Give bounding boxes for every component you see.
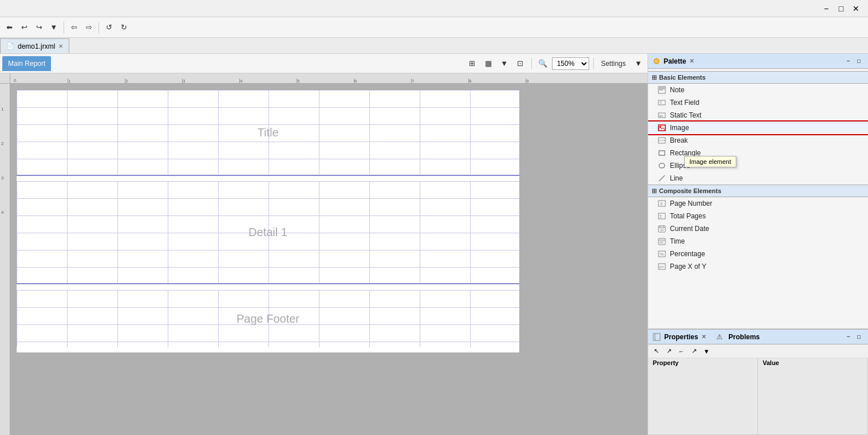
static-text-label: Static Text xyxy=(670,111,701,119)
toolbar-undo[interactable]: ↩ xyxy=(17,21,31,34)
toolbar-back[interactable]: ⬅ xyxy=(2,21,16,34)
ruler-tick-9: 9 xyxy=(526,79,528,83)
close-button[interactable]: ✕ xyxy=(849,2,863,15)
palette-item-page-x-of-y[interactable]: #/Y Page X of Y xyxy=(648,260,868,273)
basic-elements-icon: ⊞ xyxy=(652,74,657,81)
tab-bar: 📄 demo1.jrxml ✕ xyxy=(0,38,868,54)
canvas-area: Title Detail 1 Page Footer xyxy=(10,84,648,435)
snap-button[interactable]: ⊞ xyxy=(465,57,479,70)
palette-item-image[interactable]: Image xyxy=(648,122,868,134)
properties-header: Properties ✕ ⚠ Problems − □ xyxy=(648,330,868,344)
editor-panel: Main Report ⊞ ▦ ▼ ⊡ 🔍 50% 75% 100% 125% … xyxy=(0,54,648,435)
text-field-icon: T xyxy=(657,98,666,107)
toolbar-forward[interactable]: ⇨ xyxy=(82,21,96,34)
main-layout: Main Report ⊞ ▦ ▼ ⊡ 🔍 50% 75% 100% 125% … xyxy=(0,54,868,435)
svg-text:00: 00 xyxy=(660,241,664,244)
grid-dropdown[interactable]: ▼ xyxy=(498,57,511,70)
total-pages-icon: Σ xyxy=(657,211,666,221)
toolbar-dropdown[interactable]: ▼ xyxy=(47,21,61,34)
break-icon xyxy=(657,136,666,145)
property-col-header: Property xyxy=(648,358,758,435)
detail-section: Detail 1 xyxy=(17,181,519,284)
palette-item-time[interactable]: 00 Time xyxy=(648,235,868,248)
editor-toolbar-sep2 xyxy=(593,58,594,69)
palette-item-rectangle[interactable]: Rectangle xyxy=(648,147,868,159)
toolbar-separator-2 xyxy=(98,22,99,33)
main-report-tab[interactable]: Main Report xyxy=(2,56,51,71)
palette-item-text-field[interactable]: T Text Field xyxy=(648,96,868,109)
prop-btn-3[interactable]: ← xyxy=(676,346,687,357)
palette-item-percentage[interactable]: % Percentage xyxy=(648,248,868,260)
properties-maximize-btn[interactable]: □ xyxy=(854,332,863,342)
canvas-wrapper: 1 2 3 4 Title Detail 1 xyxy=(0,84,648,435)
static-text-icon: ab xyxy=(657,111,666,120)
palette-item-total-pages[interactable]: Σ Total Pages xyxy=(648,210,868,222)
properties-tab-close: ✕ xyxy=(701,334,706,340)
image-label: Image xyxy=(670,124,689,132)
toolbar-separator-1 xyxy=(64,22,64,33)
line-label: Line xyxy=(670,174,683,182)
prop-btn-4[interactable]: ↗ xyxy=(688,346,700,357)
line-icon xyxy=(657,174,666,183)
palette-maximize-btn[interactable]: □ xyxy=(854,57,863,66)
basic-elements-label: Basic Elements xyxy=(659,74,705,81)
settings-button[interactable]: Settings xyxy=(598,57,629,70)
tab-close-button[interactable]: ✕ xyxy=(58,43,63,49)
zoom-out-button[interactable]: 🔍 xyxy=(536,57,550,70)
prop-btn-5[interactable]: ▼ xyxy=(701,346,712,357)
tab-demo1-jrxml[interactable]: 📄 demo1.jrxml ✕ xyxy=(0,38,69,53)
basic-elements-header: ⊞ Basic Elements xyxy=(648,71,868,84)
grid-button[interactable]: ▦ xyxy=(482,57,495,70)
palette-item-break[interactable]: Break xyxy=(648,134,868,147)
editor-toolbar-right: ⊞ ▦ ▼ ⊡ 🔍 50% 75% 100% 125% 150% 200% Se… xyxy=(465,57,645,70)
composite-elements-header: ⊞ Composite Elements xyxy=(648,185,868,197)
palette-item-static-text[interactable]: ab Static Text xyxy=(648,109,868,122)
svg-text:Σ: Σ xyxy=(660,214,662,218)
palette-panel: ⚙ Palette ✕ − □ ⊞ Basic Elements xyxy=(648,54,868,329)
properties-table: Property Value xyxy=(648,358,868,435)
palette-content: ⊞ Basic Elements Note T Text Field xyxy=(648,69,868,328)
prop-btn-1[interactable]: ↖ xyxy=(650,346,662,357)
palette-item-line[interactable]: Line xyxy=(648,172,868,185)
frame-button[interactable]: ⊡ xyxy=(514,57,527,70)
ruler-container: 0 1 2 3 4 5 6 7 8 9 xyxy=(0,73,648,84)
current-date-icon: 31 xyxy=(657,224,666,233)
properties-label: Properties xyxy=(664,333,698,341)
svg-text:31: 31 xyxy=(660,228,664,232)
properties-toolbar: ↖ ↗ ← ↗ ▼ xyxy=(648,344,868,358)
ruler-v-tick-1: 1 xyxy=(1,107,3,112)
properties-minimize-btn[interactable]: − xyxy=(844,332,853,342)
palette-item-page-number[interactable]: # Page Number xyxy=(648,197,868,210)
maximize-button[interactable]: □ xyxy=(834,2,849,15)
svg-text:T: T xyxy=(660,101,662,105)
footer-section: Page Footer xyxy=(17,290,519,347)
palette-item-ellipse[interactable]: Ellipse xyxy=(648,159,868,172)
palette-item-current-date[interactable]: 31 Current Date xyxy=(648,222,868,235)
toolbar-reset[interactable]: ↺ xyxy=(102,21,116,34)
svg-text:#: # xyxy=(660,201,663,206)
footer-grid xyxy=(17,290,519,347)
ruler-tick-8: 8 xyxy=(468,79,471,83)
palette-item-note[interactable]: Note xyxy=(648,84,868,96)
zoom-select[interactable]: 50% 75% 100% 125% 150% 200% xyxy=(552,57,589,70)
toolbar-redo[interactable]: ↪ xyxy=(32,21,46,34)
percentage-icon: % xyxy=(657,249,666,258)
settings-dropdown[interactable]: ▼ xyxy=(632,57,645,70)
palette-minimize-btn[interactable]: − xyxy=(844,57,853,66)
toolbar-back2[interactable]: ⇦ xyxy=(67,21,81,34)
current-date-label: Current Date xyxy=(670,225,709,233)
svg-rect-9 xyxy=(659,151,665,155)
break-label: Break xyxy=(670,136,688,144)
main-toolbar: ⬅ ↩ ↪ ▼ ⇦ ⇨ ↺ ↻ xyxy=(0,17,868,38)
title-bar: − □ ✕ xyxy=(0,0,868,17)
image-tooltip: Image element xyxy=(684,156,736,167)
ruler-tick-6: 6 xyxy=(354,79,357,83)
ellipse-icon xyxy=(657,161,666,170)
text-field-label: Text Field xyxy=(670,99,699,107)
note-icon xyxy=(657,85,666,95)
toolbar-refresh[interactable]: ↻ xyxy=(117,21,131,34)
minimize-button[interactable]: − xyxy=(819,2,834,15)
title-grid xyxy=(17,90,519,175)
prop-btn-2[interactable]: ↗ xyxy=(663,346,674,357)
page-number-label: Page Number xyxy=(670,199,712,207)
